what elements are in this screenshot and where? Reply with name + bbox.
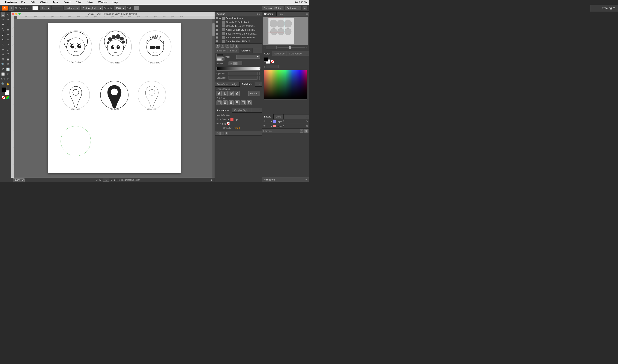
gradient-location-slider[interactable] (259, 76, 260, 79)
pf-intersect-btn[interactable] (229, 91, 234, 96)
gradient-bar-container[interactable]: ⊞ (217, 67, 260, 71)
tab-links[interactable]: Links (274, 114, 284, 119)
action-check-5[interactable] (216, 40, 218, 42)
pf-expand-btn[interactable]: Expand (248, 91, 260, 96)
navigator-thumbnail[interactable] (263, 17, 308, 45)
foreground-swatch[interactable] (2, 87, 6, 92)
free-transform-tool[interactable]: ⛶ (6, 47, 10, 52)
zoom-select[interactable]: 150% (13, 178, 25, 182)
pf-outline-btn[interactable] (241, 100, 246, 105)
status-arrow-right[interactable]: ▶ (211, 179, 213, 181)
layer-1-lock[interactable] (267, 125, 270, 128)
magic-wand-tool[interactable]: ✦ (1, 17, 5, 22)
layer-row-2[interactable]: 👁 ▶ Layer 2 (262, 119, 309, 124)
eraser-tool[interactable]: ⌫ (1, 77, 5, 81)
action-check-2[interactable] (216, 29, 218, 31)
opacity-select[interactable]: 100% (114, 6, 125, 10)
slice-tool[interactable]: ✂ (6, 72, 10, 76)
hex-input[interactable]: 000000 (266, 65, 279, 68)
blend-tool[interactable]: ⊛ (6, 62, 10, 66)
color-spectrum[interactable] (264, 70, 307, 100)
tab-stroke[interactable]: Stroke (228, 48, 239, 53)
actions-double-arrow[interactable]: » (259, 13, 260, 15)
appearance-opacity-link[interactable]: Default (233, 127, 240, 129)
scissors-tool[interactable]: ✂ (6, 77, 10, 81)
shape-tool[interactable]: ▭ (6, 27, 10, 32)
pen-tool[interactable]: ✒ (1, 22, 5, 27)
stroke-type-select[interactable]: Uniform (64, 6, 80, 10)
menu-window[interactable]: Window (97, 1, 108, 4)
scale-tool[interactable]: ⤡ (1, 42, 5, 47)
action-row-3[interactable]: Save For Web GIF 64 Dithe... (215, 32, 262, 36)
mesh-tool[interactable]: ⊞ (1, 57, 5, 62)
color-none-icon[interactable] (271, 60, 274, 63)
layer-1-eye[interactable]: 👁 (263, 125, 266, 128)
width-tool[interactable]: ⥵ (1, 47, 5, 52)
appearance-stroke-expand[interactable]: ▶ (220, 118, 221, 120)
color-fg-swatch[interactable] (264, 57, 268, 62)
style-swatch[interactable] (134, 6, 139, 10)
fg-bg-swatch[interactable] (2, 87, 9, 95)
shape-builder-tool[interactable]: ⊕ (1, 52, 5, 57)
actions-expand-icon[interactable]: ≡ (256, 13, 258, 15)
action-row-0[interactable]: Opacity 60 (selection) (215, 20, 262, 24)
vertical-scrollbar[interactable] (212, 19, 215, 178)
zoom-out-icon[interactable]: − (264, 47, 265, 49)
action-check-3[interactable] (216, 33, 218, 35)
symbol-sprayer-tool[interactable]: ⊙ (1, 67, 5, 71)
reflect-tool[interactable]: ⇔ (6, 37, 10, 42)
action-delete-btn[interactable]: 🗑 (235, 44, 238, 48)
action-row-1[interactable]: Opacity 40 Screen (selecti... (215, 24, 262, 28)
tab-appearance[interactable]: Appearance (215, 108, 232, 113)
first-page-btn[interactable]: |◀ (99, 179, 101, 181)
tab-info[interactable]: Info (277, 12, 285, 16)
selection-tool[interactable]: ▲ (1, 13, 5, 17)
stroke-weight-select[interactable]: 1 pt (40, 6, 50, 10)
stroke-btn-outside[interactable]: ↓ (238, 62, 242, 65)
menu-type[interactable]: Type (52, 1, 59, 4)
color-panel-menu[interactable]: ≡ (305, 52, 309, 55)
zoom-slider-thumb[interactable] (288, 46, 291, 49)
layer-add-btn[interactable]: + (300, 129, 303, 133)
attributes-expand[interactable]: ▼ (305, 178, 307, 181)
appearance-new-fill-btn[interactable]: + (220, 132, 224, 135)
column-graph-tool[interactable]: 📊 (6, 67, 10, 71)
tab-pathfinder[interactable]: Pathfinder (240, 82, 255, 87)
menu-select[interactable]: Select (63, 1, 71, 4)
tab-color-guide[interactable]: Color Guide (287, 51, 304, 56)
action-check-1[interactable] (216, 25, 218, 27)
stroke-btn-fill[interactable]: ▭ (229, 62, 233, 65)
window-minimize-button[interactable] (15, 13, 17, 15)
stroke-end-select[interactable]: 5 pt. Angled (81, 6, 103, 10)
app-name[interactable]: Illustrator (5, 1, 17, 4)
appearance-stroke-swatch[interactable] (231, 118, 233, 121)
stroke-style-selector[interactable]: 1 pt (40, 6, 50, 10)
window-close-button[interactable] (12, 13, 14, 15)
appearance-delete-btn[interactable]: 🗑 (225, 132, 228, 135)
gradient-location-input[interactable] (229, 76, 258, 79)
lasso-tool[interactable]: ⌖ (6, 17, 10, 22)
line-tool[interactable]: ╲ (1, 27, 5, 32)
layer-2-eye[interactable]: 👁 (263, 120, 266, 123)
pf-trim-btn[interactable] (222, 100, 228, 105)
action-record-btn[interactable]: ● (226, 44, 229, 48)
layer-2-lock[interactable] (267, 120, 270, 123)
action-row-4[interactable]: Save For Web JPG Medium (215, 36, 262, 39)
canvas-scroll[interactable]: Over 8 Miles (14, 19, 215, 178)
tab-swatches[interactable]: Swatches (272, 51, 287, 56)
actions-panel-header[interactable]: Actions ≡ » (215, 12, 262, 16)
extra-options[interactable]: ≫ (302, 6, 307, 10)
rotate-tool[interactable]: ↻ (1, 37, 5, 42)
page-input[interactable] (103, 179, 109, 182)
color-fg-bg[interactable] (264, 57, 270, 64)
menu-help[interactable]: Help (111, 1, 119, 4)
none-swatch[interactable] (2, 96, 5, 99)
stroke-btn-inside[interactable]: ↑ (233, 62, 237, 65)
layer-1-expand[interactable]: ▶ (271, 125, 272, 127)
paintbrush-tool[interactable]: 🖌 (1, 32, 5, 37)
color-swatch-btn[interactable] (6, 96, 9, 99)
gradient-type-select[interactable] (236, 55, 260, 59)
action-check-4[interactable] (216, 37, 218, 39)
hand-tool[interactable]: ✋ (6, 81, 10, 86)
layer-2-expand[interactable]: ▶ (271, 120, 272, 122)
